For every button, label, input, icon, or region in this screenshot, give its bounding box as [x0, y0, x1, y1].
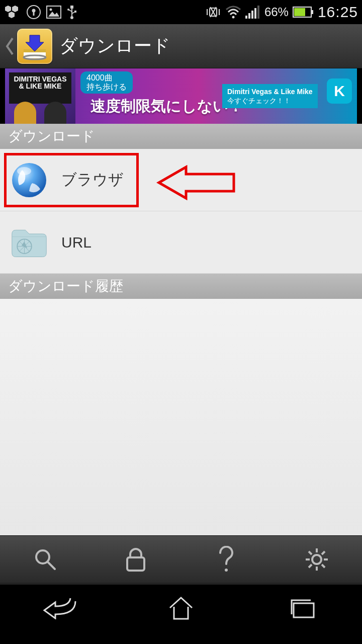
svg-marker-7 — [48, 12, 59, 17]
svg-line-41 — [48, 562, 55, 569]
help-icon — [216, 546, 236, 573]
svg-rect-53 — [294, 603, 314, 617]
header-title: ダウンロード — [59, 34, 170, 58]
list-item-url-label: URL — [61, 234, 92, 251]
bottom-toolbar — [0, 535, 362, 583]
svg-rect-27 — [294, 8, 305, 16]
svg-rect-24 — [257, 6, 259, 19]
svg-rect-20 — [245, 16, 247, 19]
back-arrow-icon — [40, 596, 80, 619]
lock-circle-icon — [26, 5, 41, 20]
nav-back-button[interactable] — [30, 590, 90, 625]
ad-pill-line2: 持ち歩ける — [86, 83, 127, 92]
annotation-arrow-icon — [156, 165, 236, 200]
toolbar-help-button[interactable] — [181, 536, 272, 583]
svg-rect-10 — [71, 9, 72, 17]
svg-line-50 — [322, 565, 325, 568]
status-right: 66% 16:25 — [205, 4, 358, 21]
section-download-header: ダウンロード — [0, 124, 362, 149]
ad-banner[interactable]: DIMITRI VEGAS & LIKE MIKE 4000曲 持ち歩ける 速度… — [5, 68, 357, 124]
svg-rect-42 — [127, 557, 144, 571]
ad-headline: 速度制限気にしない！ — [90, 96, 243, 117]
home-icon — [167, 595, 195, 621]
svg-rect-5 — [33, 12, 35, 16]
svg-rect-21 — [248, 13, 250, 19]
nav-recent-button[interactable] — [272, 590, 332, 625]
toolbar-search-button[interactable] — [0, 536, 90, 583]
svg-point-19 — [232, 16, 234, 19]
app-header: ダウンロード — [0, 24, 362, 68]
status-bar: 66% 16:25 — [0, 0, 362, 24]
toolbar-settings-button[interactable] — [272, 536, 362, 583]
svg-marker-1 — [12, 6, 18, 12]
recent-apps-icon — [287, 596, 317, 619]
gear-icon — [304, 546, 330, 573]
search-icon — [33, 547, 58, 572]
toolbar-lock-button[interactable] — [90, 536, 181, 583]
ad-pill: 4000曲 持ち歩ける — [80, 71, 133, 94]
status-left — [4, 5, 77, 20]
svg-marker-0 — [5, 6, 11, 12]
nav-home-button[interactable] — [151, 590, 211, 625]
section-download-label: ダウンロード — [8, 127, 95, 146]
svg-marker-30 — [26, 35, 44, 51]
signal-icon — [245, 6, 260, 19]
svg-point-8 — [50, 9, 52, 11]
svg-point-11 — [70, 16, 73, 19]
svg-rect-23 — [254, 8, 256, 19]
svg-rect-26 — [312, 10, 313, 14]
svg-point-12 — [67, 9, 69, 11]
ad-cta: Dimitri Vegas & Like Mike 今すぐチェック！！ — [222, 84, 318, 108]
section-history-header: ダウンロード履歴 — [0, 274, 362, 299]
status-clock: 16:25 — [318, 4, 358, 21]
svg-line-51 — [322, 551, 325, 554]
ad-album-text: DIMITRI VEGAS & LIKE MIKE — [9, 72, 71, 104]
svg-point-33 — [17, 167, 31, 175]
picture-icon — [46, 6, 61, 19]
svg-rect-22 — [251, 11, 253, 19]
vibrate-mute-icon — [205, 5, 221, 19]
battery-percent: 66% — [264, 5, 289, 19]
svg-rect-9 — [70, 6, 73, 9]
svg-line-49 — [309, 551, 312, 554]
empty-content-area — [0, 299, 362, 535]
ad-cta-line1: Dimitri Vegas & Like Mike — [227, 87, 313, 96]
battery-icon — [293, 6, 314, 18]
download-list: ブラウザ URL — [0, 149, 362, 274]
globe-icon — [10, 161, 48, 199]
usb-icon — [66, 5, 77, 20]
ad-k-badge: K — [327, 78, 352, 104]
app-logo-icon — [17, 29, 52, 64]
list-item-url[interactable]: URL — [0, 211, 362, 274]
ad-album-art: DIMITRI VEGAS & LIKE MIKE — [5, 68, 75, 124]
section-history-label: ダウンロード履歴 — [8, 277, 123, 296]
system-nav-bar — [0, 583, 362, 631]
wifi-icon — [225, 6, 241, 19]
svg-line-52 — [309, 565, 312, 568]
ad-silhouettes — [10, 101, 70, 124]
list-item-browser[interactable]: ブラウザ — [0, 149, 362, 211]
ad-pill-line1: 4000曲 — [86, 73, 127, 83]
list-item-browser-label: ブラウザ — [61, 170, 124, 190]
svg-point-32 — [12, 163, 46, 197]
svg-marker-2 — [9, 12, 15, 18]
back-button[interactable] — [4, 24, 15, 68]
ad-cta-line2: 今すぐチェック！！ — [227, 96, 313, 105]
svg-point-44 — [312, 555, 321, 564]
svg-point-43 — [225, 569, 228, 572]
svg-rect-13 — [74, 11, 76, 13]
lock-icon — [124, 546, 147, 573]
hex-cluster-icon — [4, 6, 21, 19]
folder-safari-icon — [10, 223, 48, 262]
